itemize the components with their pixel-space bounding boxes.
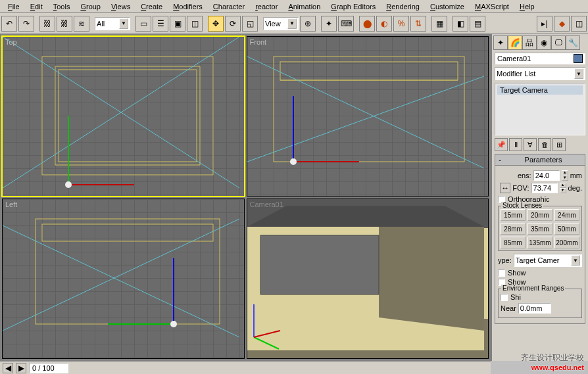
snap-toggle-button[interactable]: ⬤	[359, 16, 375, 32]
timeline-next-button[interactable]: ▶	[16, 363, 26, 373]
timeline-prev-button[interactable]: ◀	[3, 363, 13, 373]
viewports-grid: Top Front	[0, 34, 491, 361]
fov-spinner[interactable]: 73.74	[531, 183, 558, 193]
svg-line-23	[3, 225, 239, 337]
select-button[interactable]: ▭	[135, 16, 151, 32]
lens-spin-buttons[interactable]: ▲▼	[562, 170, 568, 181]
select-by-name-button[interactable]: ☰	[153, 16, 168, 32]
motion-tab[interactable]: ◉	[537, 35, 551, 50]
curve-editor-button[interactable]: ◆	[554, 16, 570, 32]
environment-ranges-group: Environment Ranges Shi Near 0.0mm	[498, 289, 582, 318]
lens-label: ens:	[518, 172, 531, 179]
selection-filter-combo[interactable]: All ▼	[95, 17, 130, 30]
modifier-stack[interactable]: Target Camera	[495, 83, 585, 135]
near-spinner[interactable]: 0.0mm	[518, 303, 551, 314]
lens-24mm-button[interactable]: 24mm	[554, 209, 579, 221]
menu-rendering[interactable]: Rendering	[381, 1, 425, 11]
fov-direction-button[interactable]: ↔	[500, 183, 510, 193]
object-color-swatch[interactable]	[574, 54, 583, 63]
window-crossing-button[interactable]: ◫	[187, 16, 203, 32]
percent-snap-button[interactable]: %	[393, 16, 409, 32]
display-tab[interactable]: 🖵	[551, 35, 566, 50]
mirror-button[interactable]: ◧	[453, 16, 468, 32]
configure-sets-button[interactable]: ⊞	[552, 138, 566, 151]
angle-snap-button[interactable]: ◐	[376, 16, 392, 32]
undo-button[interactable]: ↶	[1, 16, 17, 32]
create-tab[interactable]: ✦	[493, 35, 508, 50]
stack-item-target-camera[interactable]: Target Camera	[497, 85, 583, 95]
lens-200mm-button[interactable]: 200mm	[554, 237, 579, 248]
menu-file[interactable]: File	[3, 1, 25, 11]
viewport-top-wireframe	[3, 37, 244, 196]
reference-coord-combo[interactable]: View ▼	[263, 17, 299, 30]
show-env-checkbox[interactable]	[501, 294, 508, 301]
bind-spacewarp-button[interactable]: ≋	[74, 16, 89, 32]
modifier-list-combo[interactable]: Modifier List ▼	[495, 67, 585, 80]
modify-tab[interactable]: 🌈	[508, 35, 522, 50]
rotate-button[interactable]: ⟳	[225, 16, 241, 32]
remove-modifier-button[interactable]: 🗑	[538, 138, 551, 151]
lens-50mm-button[interactable]: 50mm	[554, 223, 579, 235]
show-cone-checkbox[interactable]	[498, 269, 505, 277]
hierarchy-tab[interactable]: 品	[522, 35, 537, 50]
pin-stack-button[interactable]: 📌	[495, 138, 508, 151]
lens-85mm-button[interactable]: 85mm	[501, 237, 526, 248]
menu-customize[interactable]: Customize	[425, 1, 470, 11]
menu-views[interactable]: Views	[106, 1, 135, 11]
object-name-field[interactable]: Camera01	[495, 53, 585, 64]
lens-15mm-button[interactable]: 15mm	[501, 209, 526, 221]
link-button[interactable]: ⛓	[39, 16, 55, 32]
lens-20mm-button[interactable]: 20mm	[527, 209, 552, 221]
stack-toolbar: 📌 Ⅱ ∀ 🗑 ⊞	[495, 138, 585, 151]
menu-character[interactable]: Character	[208, 1, 250, 11]
lens-135mm-button[interactable]: 135mm	[527, 237, 552, 248]
parameters-rollout-header[interactable]: - Parameters	[495, 154, 585, 166]
lens-35mm-button[interactable]: 35mm	[527, 223, 552, 235]
watermark-line2: www.qsedu.net	[521, 363, 584, 371]
menu-help[interactable]: Help	[514, 1, 540, 11]
svg-point-18	[290, 158, 297, 165]
schematic-view-button[interactable]: ◫	[571, 16, 587, 32]
svg-rect-2	[59, 70, 197, 162]
unlink-button[interactable]: ⛓̸	[57, 16, 72, 32]
viewport-left[interactable]: Left	[2, 199, 245, 359]
viewport-top[interactable]: Top	[2, 36, 245, 197]
camera-type-combo[interactable]: Target Camer ▼	[514, 254, 582, 267]
pivot-button[interactable]: ⊕	[300, 16, 316, 32]
layer-manager-button[interactable]: ▸|	[537, 16, 552, 32]
object-name-value: Camera01	[497, 55, 531, 62]
command-panel: ✦ 🌈 品 ◉ 🖵 🔧 Camera01 Modifier List ▼ Tar…	[491, 34, 588, 361]
spinner-snap-button[interactable]: ⇅	[410, 16, 426, 32]
fov-label: FOV:	[512, 184, 529, 192]
align-button[interactable]: ▤	[470, 16, 485, 32]
lens-spinner[interactable]: 24.0	[533, 170, 560, 181]
menu-animation[interactable]: Animation	[283, 1, 326, 11]
named-selection-button[interactable]: ▦	[431, 16, 447, 32]
main-toolbar: ↶ ↷ ⛓ ⛓̸ ≋ All ▼ ▭ ☰ ▣ ◫ ✥ ⟳ ◱ View ▼ ⊕ …	[0, 13, 588, 34]
scale-button[interactable]: ◱	[242, 16, 258, 32]
utilities-tab[interactable]: 🔧	[566, 35, 580, 50]
menu-edit[interactable]: Edit	[25, 1, 48, 11]
fov-spin-buttons[interactable]: ▲▼	[560, 183, 566, 193]
lens-28mm-button[interactable]: 28mm	[501, 223, 526, 235]
menu-maxscript[interactable]: MAXScript	[470, 1, 514, 11]
viewport-camera[interactable]: Camera01	[247, 199, 489, 359]
lens-unit: mm	[570, 172, 582, 179]
menu-tools[interactable]: Tools	[48, 1, 76, 11]
viewport-front[interactable]: Front	[247, 36, 489, 197]
menu-reactor[interactable]: reactor	[250, 1, 283, 11]
menu-create[interactable]: Create	[135, 1, 168, 11]
keyboard-shortcut-button[interactable]: ⌨	[338, 16, 354, 32]
redo-button[interactable]: ↷	[18, 16, 34, 32]
menu-group[interactable]: Group	[75, 1, 106, 11]
status-bar: ◀ ▶ 0 / 100	[0, 361, 491, 374]
menu-graph-editors[interactable]: Graph Editors	[326, 1, 381, 11]
make-unique-button[interactable]: ∀	[524, 138, 537, 151]
svg-point-7	[65, 181, 72, 188]
manipulate-button[interactable]: ✦	[321, 16, 337, 32]
camera-type-value: Target Camer	[516, 256, 560, 264]
move-button[interactable]: ✥	[208, 16, 224, 32]
show-end-result-button[interactable]: Ⅱ	[509, 138, 522, 151]
select-region-button[interactable]: ▣	[170, 16, 185, 32]
menu-modifiers[interactable]: Modifiers	[168, 1, 208, 11]
